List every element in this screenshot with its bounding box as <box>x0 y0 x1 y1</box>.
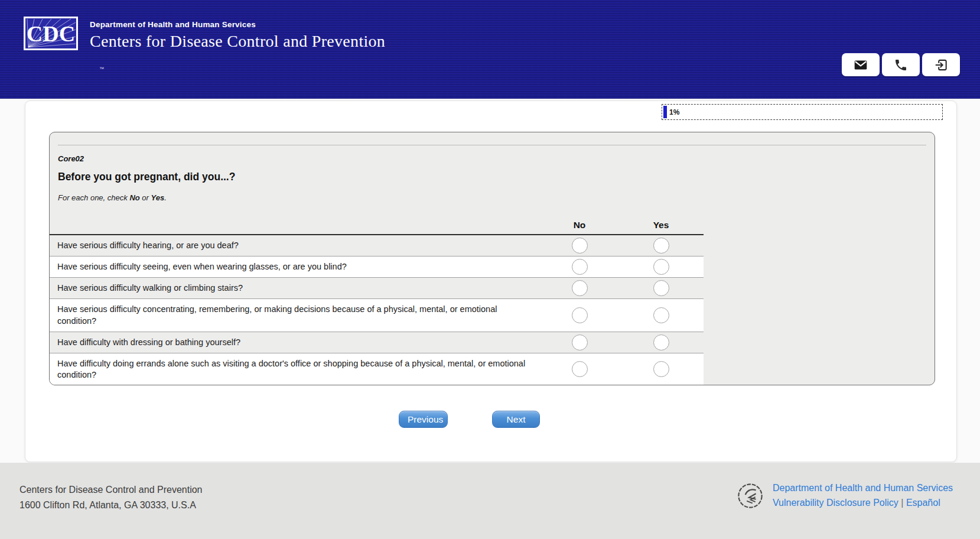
question-id: Core02 <box>58 154 935 163</box>
link-separator: | <box>901 498 903 508</box>
previous-button[interactable]: Previous <box>399 411 448 428</box>
mail-button[interactable] <box>842 53 880 76</box>
site-footer: Centers for Disease Control and Preventi… <box>0 463 980 539</box>
agency-large-title: Centers for Disease Control and Preventi… <box>90 32 385 51</box>
mail-icon <box>853 57 868 73</box>
table-body: Have serious difficulty hearing, or are … <box>50 235 704 385</box>
next-button[interactable]: Next <box>492 411 540 428</box>
radio-yes[interactable] <box>653 280 669 296</box>
radio-no[interactable] <box>572 335 588 350</box>
row-question: Have serious difficulty concentrating, r… <box>50 299 541 331</box>
exit-icon <box>933 57 949 73</box>
row-question: Have difficulty doing errands alone such… <box>50 353 541 385</box>
radio-no[interactable] <box>572 361 588 377</box>
radio-no[interactable] <box>572 259 588 275</box>
vulnerability-disclosure-link[interactable]: Vulnerability Disclosure Policy <box>773 498 898 508</box>
header-banner: CDC ™ Department of Health and Human Ser… <box>0 0 980 99</box>
radio-no[interactable] <box>572 307 588 323</box>
card-divider <box>58 145 926 145</box>
radio-no[interactable] <box>572 238 588 254</box>
row-question: Have difficulty with dressing or bathing… <box>50 332 541 353</box>
phone-button[interactable] <box>882 53 920 76</box>
table-row: Have serious difficulty walking or climb… <box>50 278 704 299</box>
progress-bar: 1% <box>662 104 943 120</box>
phone-icon <box>894 58 908 72</box>
row-question: Have serious difficulty seeing, even whe… <box>50 256 541 277</box>
radio-yes[interactable] <box>653 307 669 323</box>
footer-address-line1: Centers for Disease Control and Preventi… <box>19 482 203 498</box>
header-toolbar <box>842 53 960 76</box>
hhs-logo-icon <box>737 482 764 509</box>
row-question: Have serious difficulty hearing, or are … <box>50 235 541 256</box>
progress-fill <box>663 106 667 118</box>
column-header-no: No <box>541 217 618 234</box>
question-card: Core02 Before you got pregnant, did you.… <box>49 132 935 385</box>
question-instruction: For each one, check No or Yes. <box>58 193 935 202</box>
table-row: Have serious difficulty seeing, even whe… <box>50 256 704 278</box>
espanol-link[interactable]: Español <box>906 498 940 508</box>
progress-label: 1% <box>669 108 679 116</box>
question-text: Before you got pregnant, did you...? <box>58 171 935 183</box>
agency-small-title: Department of Health and Human Services <box>90 20 385 29</box>
survey-table: No Yes Have serious difficulty hearing, … <box>50 217 704 385</box>
table-row: Have difficulty with dressing or bathing… <box>50 332 704 353</box>
column-header-yes: Yes <box>618 217 704 234</box>
table-row: Have serious difficulty concentrating, r… <box>50 299 704 332</box>
footer-address: Centers for Disease Control and Preventi… <box>19 482 203 514</box>
radio-yes[interactable] <box>653 335 669 350</box>
radio-no[interactable] <box>572 280 588 296</box>
table-row: Have serious difficulty hearing, or are … <box>50 235 704 256</box>
cdc-logo-icon: CDC <box>24 17 78 50</box>
footer-address-line2: 1600 Clifton Rd, Atlanta, GA 30333, U.S.… <box>19 498 203 513</box>
table-header: No Yes <box>50 217 704 235</box>
trademark-symbol: ™ <box>99 66 104 72</box>
table-row: Have difficulty doing errands alone such… <box>50 353 704 385</box>
hhs-link[interactable]: Department of Health and Human Services <box>773 483 953 493</box>
row-question: Have serious difficulty walking or climb… <box>50 278 541 298</box>
exit-button[interactable] <box>922 53 960 76</box>
radio-yes[interactable] <box>653 361 669 377</box>
cdc-brand: CDC ™ Department of Health and Human Ser… <box>24 17 385 51</box>
cdc-logo-text: CDC <box>27 21 75 46</box>
radio-yes[interactable] <box>653 238 669 254</box>
radio-yes[interactable] <box>653 259 669 275</box>
